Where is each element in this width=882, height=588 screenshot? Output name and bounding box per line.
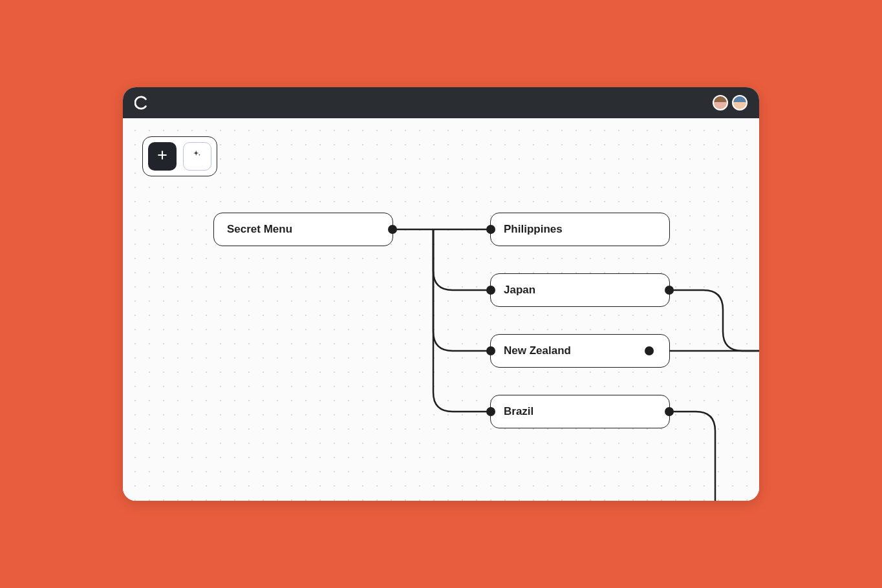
edges-layer bbox=[123, 118, 759, 501]
titlebar bbox=[123, 87, 759, 118]
toolbar bbox=[142, 136, 217, 176]
sparkle-icon bbox=[191, 149, 204, 164]
node-label: Philippines bbox=[504, 223, 563, 236]
avatar-group bbox=[713, 95, 748, 110]
port-out[interactable] bbox=[645, 346, 654, 355]
node-label: New Zealand bbox=[504, 344, 571, 357]
node-brazil[interactable]: Brazil bbox=[490, 395, 670, 428]
plus-icon bbox=[156, 149, 169, 164]
canvas[interactable]: Secret Menu Philippines Japan New Zealan… bbox=[123, 118, 759, 501]
port-out[interactable] bbox=[665, 407, 674, 416]
add-button[interactable] bbox=[148, 142, 177, 171]
port-in[interactable] bbox=[486, 407, 495, 416]
app-window: Secret Menu Philippines Japan New Zealan… bbox=[123, 87, 759, 501]
avatar-user-1[interactable] bbox=[713, 95, 728, 110]
port-out[interactable] bbox=[665, 286, 674, 295]
port-out[interactable] bbox=[388, 225, 397, 234]
app-logo-icon bbox=[134, 96, 149, 110]
node-philippines[interactable]: Philippines bbox=[490, 213, 670, 246]
node-japan[interactable]: Japan bbox=[490, 273, 670, 307]
port-in[interactable] bbox=[486, 346, 495, 355]
port-in[interactable] bbox=[486, 286, 495, 295]
avatar-user-2[interactable] bbox=[732, 95, 748, 110]
port-in[interactable] bbox=[486, 225, 495, 234]
ai-button[interactable] bbox=[183, 142, 211, 171]
node-label: Japan bbox=[504, 284, 535, 297]
node-new-zealand[interactable]: New Zealand bbox=[490, 334, 670, 368]
node-label: Secret Menu bbox=[227, 223, 292, 236]
node-label: Brazil bbox=[504, 405, 533, 418]
node-root[interactable]: Secret Menu bbox=[213, 213, 393, 246]
